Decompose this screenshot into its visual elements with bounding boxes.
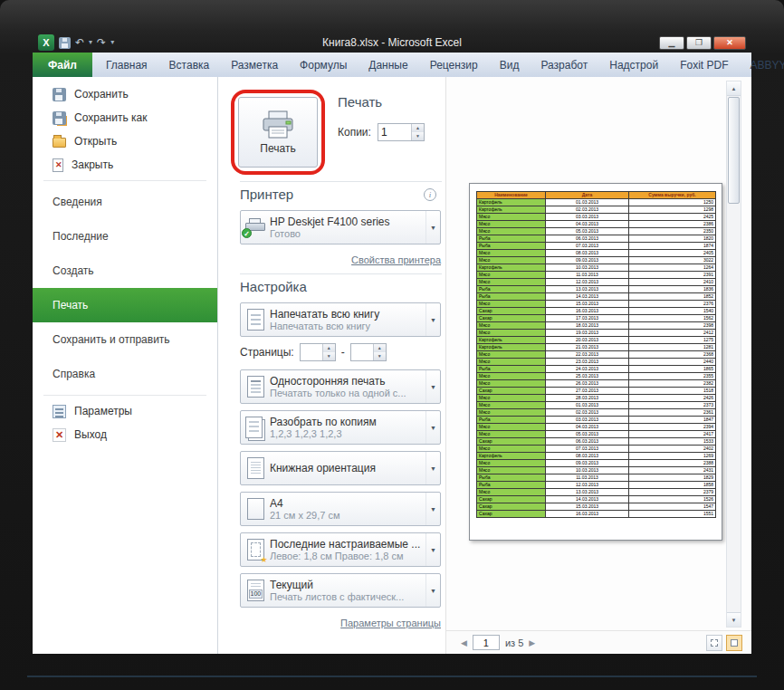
table-cell: 1820 [629, 235, 716, 243]
table-cell: 1264 [629, 264, 716, 272]
table-cell: 06.03.2013 [546, 438, 629, 446]
pages-to-value[interactable] [351, 344, 373, 360]
redo-icon[interactable]: ↷ [97, 36, 106, 49]
table-row: Мясо09.03.20133022 [477, 257, 716, 264]
sidebar-item-save-and-send[interactable]: Сохранить и отправить [33, 322, 217, 357]
sidebar-item-save[interactable]: Сохранить [33, 82, 217, 106]
tab-formulas[interactable]: Формулы [289, 53, 358, 77]
tab-insert[interactable]: Вставка [158, 53, 221, 77]
table-cell: 2417 [629, 431, 716, 438]
table-cell: Рыба [477, 482, 546, 489]
dropdown-margins[interactable]: Последние настраиваемые ...Левое: 1,8 см… [240, 532, 441, 567]
pages-to-input[interactable]: ▲ ▼ [350, 343, 387, 361]
desktop-background: X ↶ ▾ ↷ ▾ Книга8.xlsx - Microsoft Excel … [0, 0, 784, 690]
undo-icon[interactable]: ↶ [75, 36, 84, 49]
table-cell: 18.03.2013 [546, 322, 629, 330]
dropdown-title: Односторонняя печать [270, 375, 425, 388]
scroll-down-icon[interactable]: ▼ [727, 612, 741, 627]
zoom-to-page-button[interactable] [726, 635, 742, 651]
tab-file[interactable]: Файл [33, 53, 92, 77]
spin-down-icon[interactable]: ▼ [374, 352, 386, 360]
sidebar-nav-group: СведенияПоследниеСоздатьПечатьСохранить … [33, 185, 217, 391]
scrollbar-thumb[interactable] [728, 97, 740, 204]
table-cell: Картофель [477, 199, 546, 206]
close-button[interactable]: ✕ [713, 36, 746, 50]
copies-value[interactable]: 1 [378, 124, 411, 140]
printer-properties-link[interactable]: Свойства принтера [351, 254, 441, 265]
margins-icon [247, 539, 264, 561]
tab-add-ins[interactable]: Надстрой [598, 53, 669, 77]
chevron-down-icon: ▼ [425, 493, 440, 525]
quick-save-icon[interactable] [59, 37, 71, 49]
table-cell: 1518 [629, 388, 716, 395]
table-cell: 2431 [629, 467, 716, 474]
tab-data[interactable]: Данные [358, 53, 418, 77]
table-cell: 1836 [629, 286, 716, 293]
minimize-button[interactable]: ▁ [659, 36, 684, 50]
tab-home[interactable]: Главная [95, 53, 158, 77]
spin-down-icon[interactable]: ▼ [412, 132, 424, 140]
spin-down-icon[interactable]: ▼ [323, 352, 335, 360]
dropdown-scaling[interactable]: ТекущийПечать листов с фактическ...▼ [240, 573, 441, 608]
tab-developer[interactable]: Разработ [530, 53, 598, 77]
table-cell: Мясо [477, 373, 546, 380]
sidebar-item-open[interactable]: Открыть [33, 129, 217, 153]
current-page-input[interactable]: 1 [473, 635, 500, 650]
table-cell: 2386 [629, 221, 716, 228]
red-highlight-annotation: Печать [231, 90, 325, 175]
maximize-button[interactable]: ❐ [686, 36, 712, 50]
pages-from-input[interactable]: ▲ ▼ [300, 343, 336, 361]
table-row: Рыба06.03.20131820 [477, 235, 716, 243]
sidebar-separator [43, 180, 206, 181]
copies-stepper-buttons: ▲ ▼ [411, 124, 424, 140]
tab-foxit-pdf[interactable]: Foxit PDF [669, 53, 739, 77]
preview-page: НаименованиеДатаСумма выручки, руб. Карт… [469, 183, 722, 541]
table-cell: 1847 [629, 417, 716, 424]
tab-list: ФайлГлавнаяВставкаРазметкаФормулыДанныеР… [33, 53, 784, 77]
table-cell: 2379 [629, 489, 716, 496]
dropdown-sides[interactable]: Односторонняя печатьПечатать только на о… [240, 369, 441, 404]
one-sided-icon [247, 376, 264, 398]
dropdown-print-area[interactable]: Напечатать всю книгуНапечатать всю книгу… [240, 302, 441, 337]
undo-dropdown-icon[interactable]: ▾ [89, 36, 92, 49]
info-icon[interactable]: i [424, 188, 436, 201]
tab-view[interactable]: Вид [489, 53, 531, 77]
next-page-button[interactable]: ▶ [529, 638, 535, 647]
book-icon [247, 309, 264, 331]
scroll-up-icon[interactable]: ▲ [727, 81, 741, 96]
dropdown-title: Последние настраиваемые ... [270, 538, 425, 551]
tab-page-layout[interactable]: Разметка [220, 53, 289, 77]
pages-from-value[interactable] [301, 344, 322, 360]
show-margins-button[interactable] [706, 635, 722, 651]
page-setup-link[interactable]: Параметры страницы [340, 618, 441, 628]
dropdown-title: Разобрать по копиям [270, 416, 425, 428]
spin-up-icon[interactable]: ▲ [323, 344, 335, 352]
tab-abbyy-pdf[interactable]: ABBYY PD [739, 53, 784, 77]
sidebar-item-print[interactable]: Печать [33, 288, 217, 322]
chevron-down-icon: ▼ [425, 303, 440, 336]
sidebar-item-options[interactable]: Параметры [33, 399, 217, 423]
sidebar-item-close[interactable]: Закрыть [33, 153, 217, 177]
sidebar-item-exit[interactable]: Выход [33, 423, 217, 446]
sidebar-item-save-as[interactable]: Сохранить как [33, 106, 217, 129]
prev-page-button[interactable]: ◀ [461, 638, 467, 647]
sidebar-item-recent[interactable]: Последние [33, 219, 217, 254]
dropdown-paper-size[interactable]: A421 см x 29,7 см▼ [240, 492, 441, 526]
table-cell: 25.03.2013 [546, 373, 629, 380]
preview-scrollbar[interactable]: ▲ ▼ [726, 81, 741, 628]
spin-up-icon[interactable]: ▲ [412, 124, 424, 132]
page-setup-row: Параметры страницы [240, 614, 441, 630]
table-row: Картофель08.03.20131269 [477, 453, 716, 460]
sidebar-item-help[interactable]: Справка [33, 357, 217, 391]
sidebar-item-info[interactable]: Сведения [33, 185, 217, 219]
dropdown-orientation[interactable]: Книжная ориентация▼ [240, 451, 441, 485]
page-navigation: ◀ 1 из 5 ▶ [461, 635, 535, 650]
spin-up-icon[interactable]: ▲ [374, 344, 386, 352]
copies-stepper[interactable]: 1 ▲ ▼ [378, 123, 425, 141]
qat-customize-icon[interactable]: ▾ [110, 36, 114, 49]
print-button[interactable]: Печать [238, 97, 318, 168]
dropdown-collation[interactable]: Разобрать по копиям1,2,3 1,2,3 1,2,3▼ [240, 410, 441, 445]
sidebar-item-new[interactable]: Создать [33, 254, 217, 288]
tab-review[interactable]: Рецензир [419, 53, 489, 77]
printer-select[interactable]: ✓ HP Deskjet F4100 series Готово ▼ [240, 210, 441, 244]
